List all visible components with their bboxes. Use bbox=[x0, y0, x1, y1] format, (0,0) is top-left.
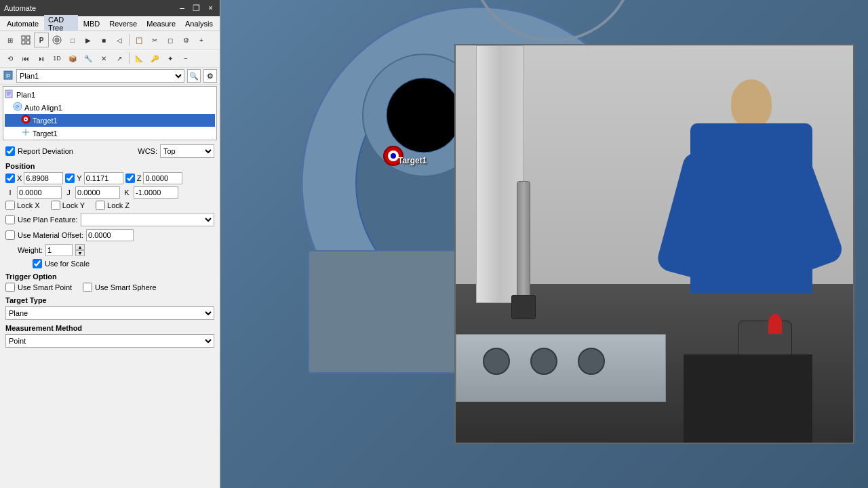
tb-new[interactable]: ⊞ bbox=[3, 33, 18, 47]
lock-z-label[interactable]: Lock Z bbox=[96, 201, 130, 210]
svg-text:P: P bbox=[6, 73, 10, 79]
x-label: X bbox=[17, 174, 22, 182]
properties-panel: Report Deviation WCS: TopFrontRightWorld… bbox=[0, 142, 220, 488]
use-plan-feature-checkbox[interactable] bbox=[5, 215, 15, 224]
lock-x-label[interactable]: Lock X bbox=[5, 201, 40, 210]
tb2-undo[interactable]: ⟲ bbox=[3, 51, 18, 66]
target-type-row: PlaneSphereCylinderCone bbox=[5, 306, 214, 320]
tree-item-plan1[interactable]: Plan1 bbox=[5, 88, 215, 101]
tb2-star[interactable]: ✦ bbox=[163, 51, 178, 66]
material-offset-input[interactable] bbox=[86, 229, 134, 241]
toolbar-separator-2 bbox=[129, 52, 130, 64]
tb-cut[interactable]: ✂ bbox=[147, 33, 162, 47]
plan-icon: P bbox=[3, 70, 14, 83]
auto-align-icon: ⟳ bbox=[13, 102, 22, 113]
x-checkbox[interactable] bbox=[5, 174, 15, 183]
svg-rect-1 bbox=[26, 36, 30, 39]
toolbar-separator-1 bbox=[129, 34, 130, 46]
wcs-label: WCS: bbox=[138, 147, 157, 155]
k-input[interactable] bbox=[134, 186, 178, 199]
weight-spinner: ▲ ▼ bbox=[45, 244, 85, 256]
menu-cad-tree[interactable]: CAD Tree bbox=[44, 15, 78, 33]
close-button[interactable]: × bbox=[205, 3, 216, 13]
measurement-method-select[interactable]: PointGridRandom bbox=[5, 334, 214, 348]
tb2-1d[interactable]: 1D bbox=[50, 51, 64, 66]
use-for-scale-label: Use for Scale bbox=[45, 260, 90, 268]
menu-mbd[interactable]: MBD bbox=[79, 19, 104, 28]
tree-item-target1[interactable]: Target1 bbox=[5, 114, 215, 127]
y-checkbox[interactable] bbox=[65, 174, 75, 183]
y-input[interactable] bbox=[84, 172, 123, 184]
tb-grid[interactable] bbox=[18, 33, 33, 47]
ijk-row: I J K bbox=[5, 186, 214, 199]
use-plan-feature-select[interactable] bbox=[81, 213, 214, 226]
menu-automate[interactable]: Automate bbox=[3, 19, 43, 28]
tb2-x[interactable]: ✕ bbox=[96, 51, 111, 66]
z-input[interactable] bbox=[143, 172, 182, 184]
lock-y-checkbox[interactable] bbox=[51, 201, 60, 210]
plan-search-button[interactable]: 🔍 bbox=[187, 69, 201, 83]
z-checkbox[interactable] bbox=[125, 174, 135, 183]
target-node-icon bbox=[21, 115, 31, 126]
tb2-measure[interactable]: 📐 bbox=[132, 51, 146, 66]
plan-settings-button[interactable]: ⚙ bbox=[203, 69, 217, 83]
tb-copy[interactable]: 📋 bbox=[132, 33, 146, 47]
window-controls: – ❐ × bbox=[177, 3, 216, 13]
use-smart-sphere-checkbox[interactable] bbox=[83, 283, 92, 292]
use-material-offset-label: Use Material Offset: bbox=[18, 231, 83, 239]
tb-square[interactable]: ◻ bbox=[163, 33, 178, 47]
left-panel: Automate – ❐ × Automate CAD Tree MBD Rev… bbox=[0, 0, 220, 488]
minimize-button[interactable]: – bbox=[177, 3, 187, 13]
weight-input[interactable] bbox=[45, 244, 73, 256]
tb2-minus[interactable]: − bbox=[178, 51, 193, 66]
tb2-box[interactable]: 📦 bbox=[65, 51, 80, 66]
tb-rect[interactable]: □ bbox=[65, 33, 80, 47]
use-plan-feature-label: Use Plan Feature: bbox=[18, 216, 78, 224]
svg-point-23 bbox=[387, 78, 461, 152]
lock-z-checkbox[interactable] bbox=[96, 201, 105, 210]
i-input[interactable] bbox=[17, 186, 62, 199]
tb-back[interactable]: ◁ bbox=[112, 33, 127, 47]
use-material-offset-checkbox[interactable] bbox=[5, 230, 15, 240]
report-deviation-checkbox[interactable] bbox=[5, 146, 15, 156]
tb-play[interactable]: ▶ bbox=[81, 33, 96, 47]
tree-item-auto-align[interactable]: ⟳ Auto Align1 bbox=[5, 101, 215, 114]
use-for-scale-row: Use for Scale bbox=[33, 259, 214, 268]
tree-label-target1: Target1 bbox=[33, 117, 58, 125]
tb2-arrow[interactable]: ↗ bbox=[112, 51, 127, 66]
tb2-first[interactable]: ⏮ bbox=[18, 51, 33, 66]
report-deviation-row: Report Deviation WCS: TopFrontRightWorld bbox=[5, 144, 214, 158]
photo-panel bbox=[454, 44, 854, 444]
title-bar: Automate – ❐ × bbox=[0, 0, 220, 16]
weight-label: Weight: bbox=[5, 246, 43, 254]
j-input[interactable] bbox=[75, 186, 120, 199]
xyz-row: X Y Z bbox=[5, 172, 214, 184]
tb2-play2[interactable]: ⏯ bbox=[34, 51, 49, 66]
tb2-key[interactable]: 🔑 bbox=[147, 51, 162, 66]
tb-settings[interactable]: ⚙ bbox=[178, 33, 193, 47]
measurement-method-row: PointGridRandom bbox=[5, 334, 214, 348]
weight-up-button[interactable]: ▲ bbox=[75, 244, 85, 250]
restore-button[interactable]: ❐ bbox=[190, 3, 203, 13]
x-input[interactable] bbox=[24, 172, 63, 184]
tb-p[interactable]: P bbox=[34, 33, 49, 47]
tb2-tool[interactable]: 🔧 bbox=[81, 51, 96, 66]
plan-select[interactable]: Plan1 Plan2 bbox=[16, 69, 184, 83]
tb-stop[interactable]: ■ bbox=[96, 33, 111, 47]
use-for-scale-checkbox[interactable] bbox=[33, 259, 42, 268]
menu-analysis[interactable]: Analysis bbox=[181, 19, 217, 28]
target-type-select[interactable]: PlaneSphereCylinderCone bbox=[5, 306, 214, 320]
tree-item-target1-child[interactable]: Target1 bbox=[5, 127, 215, 140]
menu-reverse[interactable]: Reverse bbox=[105, 19, 141, 28]
j-label: J bbox=[64, 188, 73, 197]
menu-bar: Automate CAD Tree MBD Reverse Measure An… bbox=[0, 16, 220, 31]
menu-measure[interactable]: Measure bbox=[142, 19, 180, 28]
lock-y-label[interactable]: Lock Y bbox=[51, 201, 85, 210]
weight-down-button[interactable]: ▼ bbox=[75, 250, 85, 256]
use-smart-point-checkbox[interactable] bbox=[5, 283, 15, 292]
tree-area[interactable]: Plan1 ⟳ Auto Align1 Target1 Target1 bbox=[3, 86, 217, 140]
wcs-select[interactable]: TopFrontRightWorld bbox=[160, 144, 214, 158]
lock-x-checkbox[interactable] bbox=[5, 201, 15, 210]
tb-add[interactable]: + bbox=[194, 33, 209, 47]
tb-target[interactable] bbox=[50, 33, 64, 47]
